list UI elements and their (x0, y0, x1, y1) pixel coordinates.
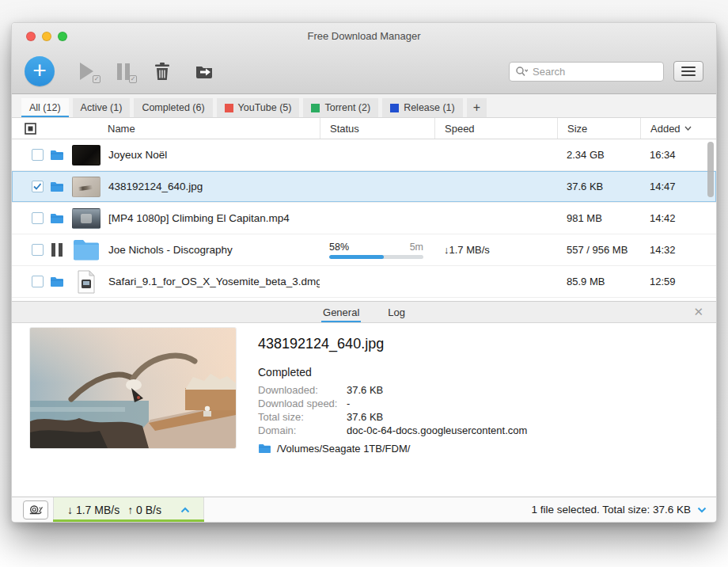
column-header-added[interactable]: Added (640, 118, 716, 139)
toolbar-actions: ✓ ✓ (80, 62, 214, 81)
file-added-time: 14:32 (640, 244, 716, 256)
file-added-time: 16:34 (640, 149, 716, 161)
column-header-name[interactable]: Name (47, 118, 320, 139)
add-download-button[interactable]: + (25, 56, 55, 86)
field-label: Total size: (258, 411, 347, 424)
filter-tab-youtube[interactable]: YouTube (5) (217, 98, 300, 117)
field-value: 37.6 KB (347, 411, 527, 424)
filter-tab-completed[interactable]: Completed (6) (134, 98, 212, 117)
select-all-checkbox[interactable] (12, 118, 47, 139)
field-label: Downloaded: (258, 384, 347, 397)
mini-check-icon: ✓ (93, 75, 100, 83)
column-header-status[interactable]: Status (320, 118, 434, 139)
plus-icon: + (473, 101, 480, 115)
column-header-size[interactable]: Size (557, 118, 640, 139)
preview-tab-general[interactable]: General (321, 302, 361, 322)
window-title: Free Download Manager (12, 23, 716, 50)
folder-icon (258, 443, 271, 454)
snail-icon (28, 504, 43, 516)
folder-icon (50, 276, 64, 287)
preview-image (30, 328, 236, 448)
toolbar: + ✓ ✓ (12, 50, 716, 93)
resume-selected-button[interactable]: ✓ (80, 63, 93, 80)
download-row[interactable]: Joyeux Noël 2.34 GB 16:34 (12, 139, 716, 171)
mini-check-icon: ✓ (129, 75, 137, 83)
hamburger-icon (681, 67, 696, 68)
trash-icon (154, 62, 171, 81)
titlebar[interactable]: Free Download Manager (12, 23, 716, 50)
file-name: Joe Nichols - Discography (108, 244, 233, 256)
table-header: Name Status Speed Size Added (12, 118, 716, 139)
upload-speed-text: ↑ 0 B/s (127, 504, 161, 516)
filter-tab-release[interactable]: Release (1) (382, 98, 463, 117)
move-box-arrow-icon (195, 63, 214, 79)
field-value: - (347, 398, 527, 410)
filter-tab-label: YouTube (5) (238, 102, 292, 113)
dmg-file-icon (77, 270, 96, 294)
close-window-button[interactable] (26, 32, 36, 41)
download-speed: ↓1.7 MB/s (434, 244, 557, 256)
folder-icon (50, 213, 64, 224)
big-folder-icon (72, 238, 100, 261)
file-thumbnail (72, 208, 100, 229)
delete-download-button[interactable] (154, 62, 171, 81)
preview-file-title: 438192124_640.jpg (258, 336, 527, 352)
download-row[interactable]: Safari_9.1_for_OS_X_Yosemite_beta_3.dmg … (12, 266, 716, 298)
progress-percent: 58% (329, 242, 349, 253)
speed-limit-button[interactable] (23, 500, 48, 519)
chevron-down-icon (697, 507, 707, 513)
file-added-time: 12:59 (640, 276, 716, 287)
close-icon: ✕ (693, 305, 703, 319)
download-row-selected[interactable]: 438192124_640.jpg 37.6 KB 14:47 (12, 171, 716, 203)
selection-summary[interactable]: 1 file selected. Total size: 37.6 KB (531, 504, 707, 516)
row-checkbox-checked[interactable] (32, 181, 44, 192)
pause-icon (117, 63, 130, 80)
tag-color-swatch (390, 104, 399, 112)
file-size: 2.34 GB (557, 149, 640, 161)
row-checkbox[interactable] (32, 244, 44, 256)
plus-icon: + (32, 57, 47, 84)
file-added-time: 14:42 (640, 212, 716, 224)
preview-details: 438192124_640.jpg Completed Downloaded: … (258, 328, 527, 497)
filter-tabbar: All (12) Active (1) Completed (6) YouTub… (12, 94, 716, 118)
filter-tab-all[interactable]: All (12) (21, 98, 69, 117)
column-header-speed[interactable]: Speed (434, 118, 557, 139)
add-filter-tab-button[interactable]: + (467, 98, 487, 117)
preview-close-button[interactable]: ✕ (688, 302, 708, 322)
file-thumbnail (72, 145, 100, 166)
path-text: /Volumes/Seagate 1TB/FDM/ (277, 443, 410, 455)
statusbar: ↓ 1.7 MB/s ↑ 0 B/s 1 file selected. Tota… (12, 497, 716, 522)
filter-tab-label: All (12) (29, 102, 61, 113)
pause-selected-button[interactable]: ✓ (117, 63, 130, 80)
preview-tab-log[interactable]: Log (386, 302, 407, 322)
filter-tab-torrent[interactable]: Torrent (2) (303, 98, 378, 117)
search-input[interactable] (531, 65, 658, 78)
row-checkbox[interactable] (32, 149, 44, 161)
folder-icon (50, 150, 64, 161)
play-icon (80, 63, 93, 80)
file-size: 37.6 KB (557, 181, 640, 192)
progress-fill (329, 255, 384, 259)
download-path[interactable]: /Volumes/Seagate 1TB/FDM/ (258, 443, 527, 455)
window-header: Free Download Manager + ✓ ✓ (12, 23, 716, 94)
download-row[interactable]: [MP4 1080p] Climbing El Capitan.mp4 981 … (12, 203, 716, 234)
minimize-window-button[interactable] (42, 32, 51, 41)
preview-panel: 438192124_640.jpg Completed Downloaded: … (12, 323, 716, 497)
search-field[interactable] (509, 62, 664, 82)
global-speed-indicator[interactable]: ↓ 1.7 MB/s ↑ 0 B/s (53, 497, 204, 522)
file-size: 85.9 MB (557, 276, 640, 287)
preview-tabbar: General Log ✕ (12, 301, 716, 323)
preview-fields: Downloaded: 37.6 KB Download speed: - To… (258, 384, 527, 437)
row-checkbox[interactable] (32, 276, 44, 287)
zoom-window-button[interactable] (58, 32, 67, 41)
move-to-folder-button[interactable] (195, 63, 214, 79)
download-row-active[interactable]: Joe Nichols - Discography 58% 5m ↓1.7 MB… (12, 234, 716, 266)
list-scrollbar-thumb[interactable] (707, 142, 714, 197)
main-menu-button[interactable] (673, 61, 703, 82)
filter-tab-active[interactable]: Active (1) (73, 98, 131, 117)
file-thumbnail (72, 177, 100, 197)
field-value: 37.6 KB (347, 384, 527, 397)
file-added-time: 14:47 (640, 181, 716, 192)
progress-eta: 5m (410, 242, 423, 253)
row-checkbox[interactable] (32, 212, 44, 224)
